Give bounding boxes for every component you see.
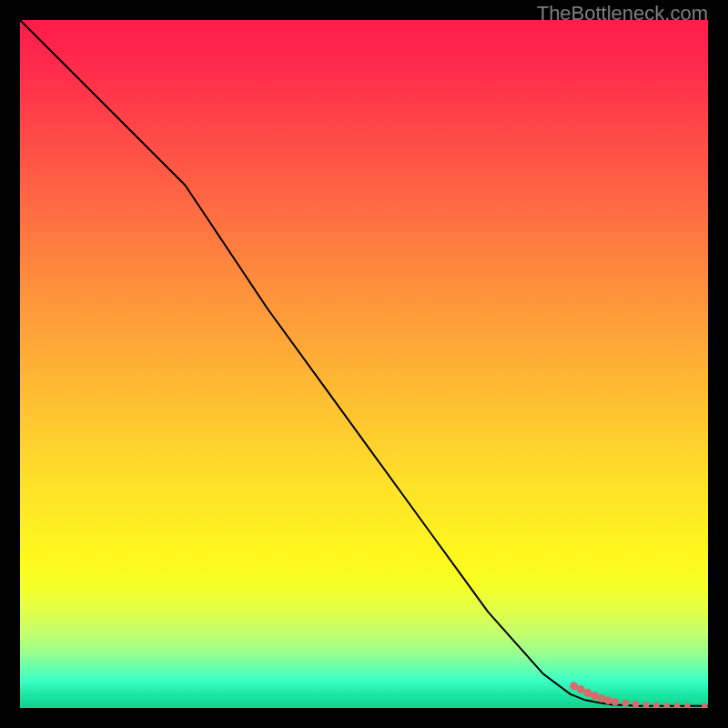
- highlight-point: [612, 698, 619, 705]
- highlight-point: [653, 702, 660, 708]
- curve-path: [20, 20, 708, 706]
- bottleneck-curve: [20, 20, 708, 706]
- highlight-point: [632, 701, 640, 708]
- highlight-markers: [570, 682, 707, 708]
- highlight-point: [663, 703, 670, 708]
- chart-container: TheBottleneck.com: [0, 0, 728, 728]
- highlight-point: [604, 696, 612, 704]
- plot-area: [20, 20, 708, 708]
- chart-overlay-svg: [20, 20, 708, 708]
- highlight-point: [642, 702, 649, 708]
- highlight-point: [684, 703, 690, 708]
- highlight-point: [702, 703, 707, 708]
- highlight-point: [622, 700, 629, 707]
- attribution-label: TheBottleneck.com: [537, 2, 708, 25]
- highlight-point: [674, 703, 681, 708]
